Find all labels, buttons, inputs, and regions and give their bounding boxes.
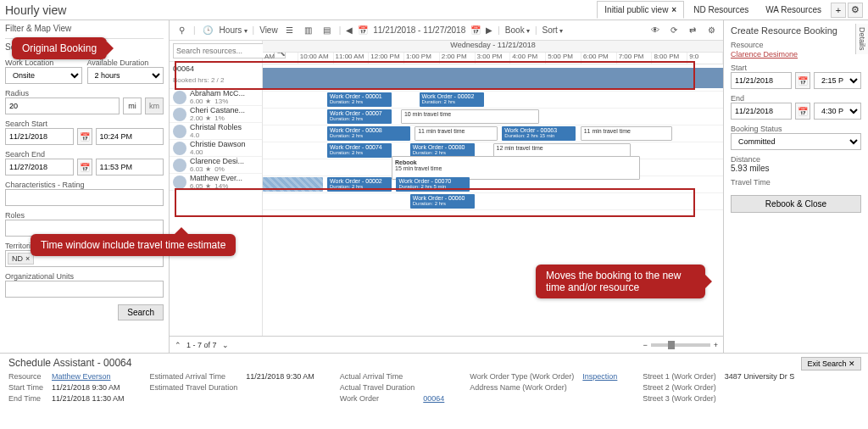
resource-row[interactable]: Abraham McC...6.00 ★ 13% [170, 89, 262, 106]
book-dropdown[interactable]: Book [505, 25, 530, 35]
avail-duration-label: Available Duration [87, 58, 164, 67]
exit-search-button[interactable]: Exit Search ✕ [801, 357, 861, 370]
start-time-select[interactable]: 2:15 PM [814, 72, 861, 89]
date-range: 11/21/2018 - 11/27/2018 [373, 25, 465, 35]
end-date-input[interactable] [731, 103, 792, 120]
next-date-button[interactable]: ▶ [486, 25, 492, 35]
timeline-lane[interactable]: Work Order - 00008Duration: 2 hrs 11 min… [263, 125, 723, 142]
remove-icon[interactable]: × [25, 254, 30, 263]
zoom-slider[interactable] [651, 343, 710, 347]
resource-row[interactable]: Christie Dawson4.00 [170, 140, 262, 157]
collapse-icon[interactable]: ⌃ [175, 341, 181, 349]
work-order-block[interactable]: Work Order - 00060Duration: 2 hrs [410, 194, 475, 209]
hour-label: 2:00 PM [440, 53, 476, 64]
org-units-input[interactable] [5, 281, 164, 298]
list-view-icon[interactable]: ☰ [283, 24, 297, 37]
resource-search-input[interactable] [173, 43, 275, 58]
characteristics-input[interactable] [5, 189, 164, 206]
expand-icon[interactable]: ⌄ [222, 341, 229, 349]
original-booking-bar[interactable] [263, 68, 723, 88]
travel-time-block[interactable]: 10 min travel time [401, 109, 539, 124]
timeline-lane[interactable]: Work Order - 00007Duration: 2 hrs 10 min… [263, 109, 723, 125]
tab-wa-resources[interactable]: WA Resources [758, 1, 829, 19]
sync-icon[interactable]: ⇄ [686, 24, 699, 37]
unit-mi[interactable]: mi [123, 98, 142, 114]
work-order-link[interactable]: 00064 [423, 394, 444, 403]
avail-duration-select[interactable]: 2 hours [87, 67, 164, 84]
work-location-select[interactable]: Onsite [5, 67, 82, 84]
timeline-lane[interactable] [263, 64, 723, 92]
resource-link[interactable]: Matthew Everson [52, 372, 125, 381]
work-order-block[interactable]: Work Order - 00063Duration: 2 hrs 15 min [502, 126, 576, 141]
ghost-block[interactable] [263, 177, 323, 192]
calendar-icon[interactable]: 📅 [795, 103, 810, 120]
timeline-lane[interactable]: Work Order - 00001Duration: 2 hrs Work O… [263, 92, 723, 109]
zoom-in-button[interactable]: + [714, 341, 718, 349]
resource-row[interactable]: Cheri Castane...2.00 ★ 1% [170, 106, 262, 123]
resource-row[interactable]: Christal Robles4.0 [170, 123, 262, 140]
hour-label: 11:00 AM [334, 53, 370, 64]
resource-link[interactable]: Clarence Desimone [731, 50, 798, 58]
search-button[interactable]: Search [118, 304, 164, 320]
work-order-block[interactable]: Work Order - 00008Duration: 2 hrs [327, 126, 410, 141]
calendar-icon[interactable]: 📅 [469, 24, 482, 37]
details-handle[interactable]: Details [855, 24, 868, 54]
calendar-icon[interactable]: 📅 [795, 72, 810, 89]
radius-input[interactable] [5, 98, 120, 114]
work-order-block[interactable]: Work Order - 00070Duration: 2 hrs 5 min [396, 177, 470, 192]
filter-section-title: Filter & Map View [5, 24, 164, 33]
sort-dropdown[interactable]: Sort [542, 25, 563, 35]
calendar-icon[interactable]: 📅 [356, 24, 370, 37]
calendar-icon[interactable]: 📅 [77, 128, 92, 145]
rebook-close-button[interactable]: Rebook & Close [731, 195, 861, 213]
hour-label: 5:00 PM [546, 53, 581, 64]
filter-panel: Filter & Map View Schedule Assistant Fil… [0, 20, 170, 353]
distance-value: 5.93 miles [731, 164, 861, 173]
close-icon[interactable]: × [671, 5, 676, 14]
work-order-block[interactable]: Work Order - 00074Duration: 2 hrs [327, 143, 392, 158]
work-order-block[interactable]: Work Order - 00001Duration: 2 hrs [327, 92, 392, 107]
booking-status-select[interactable]: Committed [731, 133, 861, 150]
hour-label: 6:00 PM [581, 53, 617, 64]
work-order-block[interactable]: Work Order - 00002Duration: 2 hrs [327, 177, 392, 192]
filter-icon[interactable]: ⚲ [175, 24, 188, 37]
callout-travel-time: Time window include travel time estimate [31, 234, 236, 256]
start-date-input[interactable] [731, 72, 792, 89]
agenda-view-icon[interactable]: ▤ [320, 24, 334, 37]
tab-nd-resources[interactable]: ND Resources [686, 1, 756, 19]
prev-date-button[interactable]: ◀ [346, 25, 353, 35]
work-order-type-link[interactable]: Inspection [582, 372, 617, 381]
work-location-label: Work Location [5, 58, 82, 67]
calendar-icon[interactable]: 📅 [77, 159, 92, 176]
end-time-select[interactable]: 4:30 PM [814, 103, 861, 120]
search-end-time[interactable] [96, 159, 164, 176]
zoom-out-button[interactable]: − [643, 341, 647, 349]
clock-icon[interactable]: 🕒 [201, 24, 214, 37]
details-title: Schedule Assistant - 00064 [8, 357, 860, 369]
schedule-assistant-details: Schedule Assistant - 00064 Exit Search ✕… [0, 353, 868, 429]
settings-button[interactable]: ⚙ [848, 3, 863, 18]
work-order-block[interactable]: Work Order - 00002Duration: 2 hrs [420, 92, 484, 107]
search-end-date[interactable] [5, 159, 74, 176]
unit-km[interactable]: km [145, 98, 164, 114]
travel-time-block[interactable]: 11 min travel time [581, 126, 673, 141]
timeline-lane[interactable]: Rebook15 min travel time [263, 159, 723, 176]
travel-time-block[interactable]: 11 min travel time [415, 126, 498, 141]
add-tab-button[interactable]: + [831, 3, 846, 18]
work-order-block[interactable]: Work Order - 00007Duration: 2 hrs [327, 109, 392, 124]
view-dropdown[interactable]: View [259, 25, 278, 35]
timeline-lane[interactable]: Work Order - 00002Duration: 2 hrs Work O… [263, 176, 723, 193]
timeline-lane[interactable]: Work Order - 00060Duration: 2 hrs [263, 193, 723, 210]
resource-row[interactable]: Matthew Ever...6.05 ★ 14% [170, 174, 262, 191]
gear-icon[interactable]: ⚙ [704, 24, 718, 37]
day-view-icon[interactable]: ▥ [302, 24, 315, 37]
territory-tag[interactable]: ND× [8, 253, 34, 265]
resource-row[interactable]: Clarence Desi...6.03 ★ 0% [170, 157, 262, 174]
search-start-date[interactable] [5, 128, 74, 145]
hours-dropdown[interactable]: Hours [220, 25, 248, 35]
eye-icon[interactable]: 👁 [648, 24, 662, 37]
tab-initial-public-view[interactable]: Initial public view× [597, 1, 684, 19]
refresh-icon[interactable]: ⟳ [667, 24, 681, 37]
day-header: Wednesday - 11/21/2018 [263, 41, 723, 53]
search-start-time[interactable] [96, 128, 164, 145]
